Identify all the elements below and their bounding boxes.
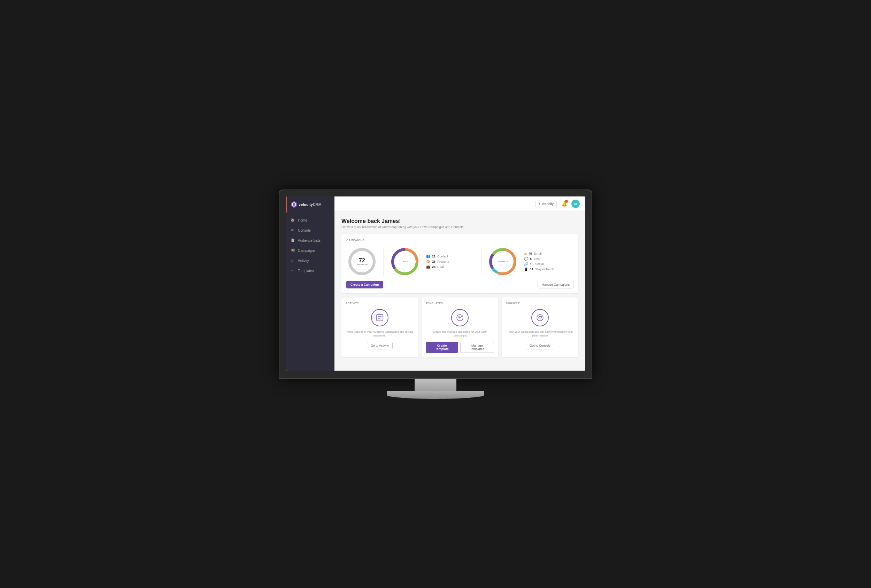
types-label: TYPES (401, 260, 408, 263)
templates-circle-icon (451, 309, 468, 326)
deal-icon: 💼 (426, 265, 430, 269)
channels-donut: CHANNELS (487, 246, 518, 277)
campaigns-donut-center: 72 CAMPAIGNS (356, 258, 368, 265)
campaigns-count: 72 (356, 258, 368, 263)
stat-row-social: 🔗 15 Social (524, 262, 573, 266)
apple-logo:  (434, 372, 436, 377)
channels-label: CHANNELS (497, 260, 508, 263)
svg-line-17 (458, 316, 459, 317)
sidebar-nav: 🏠 Home 🖥 Console 📋 Audience Lists 📢 Camp… (286, 212, 334, 371)
svg-line-18 (461, 316, 462, 317)
screen-inner: velocityCRM 🏠 Home 🖥 Console 📋 Audience … (286, 196, 585, 371)
channels-donut-center: CHANNELS (497, 260, 508, 263)
campaigns-card-label: CAMPAIGNS (346, 239, 573, 242)
templates-icon: ✂ (290, 269, 295, 273)
page-body: Welcome back James! Here's a quick break… (334, 212, 585, 371)
types-donut-center: TYPES (401, 260, 408, 263)
avatar[interactable]: JB (572, 200, 580, 208)
stay-in-touch-icon: 📱 (524, 268, 528, 271)
stat-row-sms: 💬 6 SMS (524, 257, 573, 261)
stat-row-email: ✉ 40 Email (524, 252, 573, 256)
bottom-cards-section: ACTIVITY (341, 298, 578, 357)
console-card-label: CONSOLE (506, 302, 574, 305)
channels-section: CHANNELS (487, 246, 518, 277)
stat-row-contact: 👥 21 Contact (426, 254, 476, 258)
divider-2 (481, 248, 482, 275)
welcome-title: Welcome back James! (341, 218, 578, 224)
logo-icon (291, 201, 297, 208)
types-section: TYPES (389, 246, 421, 277)
monitor-chin:  (286, 371, 585, 378)
go-to-activity-button[interactable]: Go to Activity (367, 342, 393, 349)
manage-templates-button[interactable]: Manage Templates (460, 342, 494, 353)
activity-icon-wrap (346, 309, 414, 326)
svg-rect-11 (377, 314, 383, 321)
activity-actions: Go to Activity (346, 342, 414, 349)
property-icon: 🏠 (426, 259, 430, 263)
templates-card-label: TEMPLATES (426, 302, 494, 305)
sidebar-logo: velocityCRM (286, 196, 334, 212)
console-description: Track your Campaign and List activity to… (506, 330, 574, 338)
campaigns-total-donut: 72 CAMPAIGNS (346, 246, 378, 277)
main-content: ● velocity 🔔 JB Welcome back James! Here… (334, 196, 585, 371)
sidebar-item-templates[interactable]: ✂ Templates (286, 266, 334, 276)
templates-icon-wrap (426, 309, 494, 326)
channels-stats-list: ✉ 40 Email 💬 6 SMS 🔗 (524, 252, 573, 271)
contact-icon: 👥 (426, 254, 430, 258)
stat-row-property: 🏠 28 Property (426, 259, 476, 263)
sidebar-item-audience-lists[interactable]: 📋 Audience Lists (286, 235, 334, 245)
sidebar-item-activity[interactable]: ☑ Activity (286, 256, 334, 266)
campaigns-label: CAMPAIGNS (356, 263, 368, 265)
templates-actions: Create Template Manage Templates (426, 342, 494, 353)
sidebar-item-campaigns[interactable]: 📢 Campaigns (286, 245, 334, 256)
org-selector[interactable]: ● velocity (535, 200, 557, 207)
manage-campaigns-button[interactable]: Manage Campaigns (537, 281, 573, 289)
go-to-console-button[interactable]: Got to Console (526, 342, 554, 349)
sidebar: velocityCRM 🏠 Home 🖥 Console 📋 Audience … (286, 196, 334, 371)
campaigns-card: CAMPAIGNS 72 CAMPAIGNS (341, 234, 578, 293)
templates-description: Create and manage templates for your CRM… (426, 330, 494, 338)
app-header: ● velocity 🔔 JB (334, 196, 585, 212)
monitor-stand-neck (415, 379, 456, 391)
stat-row-stay-in-touch: 📱 11 Stay in Touch (524, 268, 573, 271)
campaigns-stats-section: 72 CAMPAIGNS (346, 246, 573, 277)
list-icon: 📋 (290, 238, 295, 243)
notifications-bell[interactable]: 🔔 (560, 200, 568, 208)
console-actions: Got to Console (506, 342, 574, 349)
console-icon-wrap (506, 309, 574, 326)
notification-badge (565, 200, 568, 203)
console-card: CONSOLE (502, 298, 578, 357)
console-circle-icon (531, 309, 549, 326)
sms-icon: 💬 (524, 257, 528, 261)
type-stats-list: 👥 21 Contact 🏠 28 Property (426, 254, 476, 269)
monitor-screen: velocityCRM 🏠 Home 🖥 Console 📋 Audience … (279, 190, 592, 379)
activity-icon: ☑ (290, 259, 295, 263)
sidebar-item-home[interactable]: 🏠 Home (286, 215, 334, 225)
campaigns-actions: Create a Campaign Manage Campaigns (346, 281, 573, 289)
activity-circle-icon (371, 309, 389, 326)
activity-card: ACTIVITY (341, 298, 418, 357)
email-icon: ✉ (524, 252, 527, 256)
create-campaign-button[interactable]: Create a Campaign (346, 281, 383, 289)
svg-line-22 (541, 316, 542, 317)
campaigns-icon: 📢 (290, 248, 295, 253)
social-icon: 🔗 (524, 262, 528, 266)
sidebar-item-console[interactable]: 🖥 Console (286, 225, 334, 235)
welcome-subtitle: Here's a quick breakdown of what's happe… (341, 225, 578, 229)
create-template-button[interactable]: Create Template (426, 342, 458, 353)
activity-card-label: ACTIVITY (346, 302, 414, 305)
activity-description: Keep track of all your outgoing Campaign… (346, 330, 414, 338)
home-icon: 🏠 (290, 218, 295, 223)
console-icon: 🖥 (290, 228, 295, 233)
stat-row-deal: 💼 23 Deal (426, 265, 476, 269)
monitor-stand-base (387, 391, 484, 399)
types-donut: TYPES (389, 246, 421, 277)
logo-text: velocityCRM (299, 202, 322, 206)
templates-card: TEMPLATES (422, 298, 498, 357)
